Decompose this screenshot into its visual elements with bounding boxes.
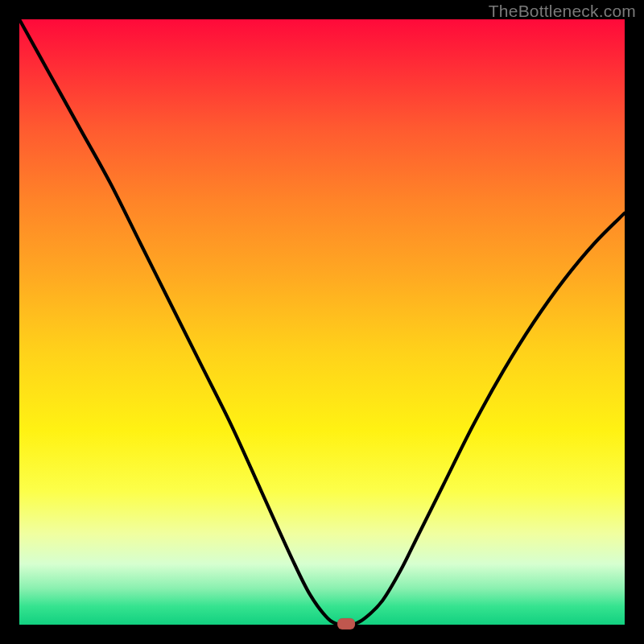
watermark-text: TheBottleneck.com bbox=[489, 2, 636, 21]
plot-area bbox=[19, 19, 625, 625]
chart-frame: TheBottleneck.com bbox=[0, 0, 644, 644]
optimal-point-marker bbox=[337, 618, 355, 630]
curve-line bbox=[19, 19, 625, 625]
bottleneck-curve bbox=[19, 19, 625, 625]
